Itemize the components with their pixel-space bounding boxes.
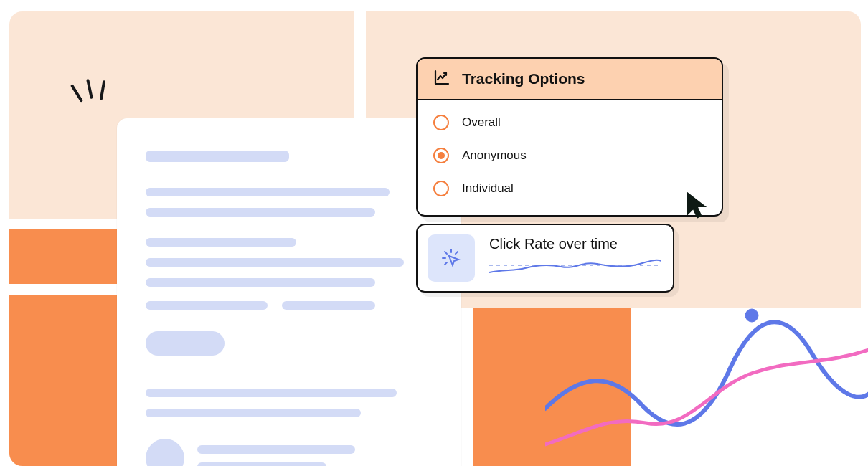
placeholder-line (282, 301, 375, 310)
placeholder-line (146, 188, 390, 196)
placeholder-line (146, 151, 289, 162)
tracking-options-header: Tracking Options (418, 59, 722, 100)
chart-line-icon (433, 69, 450, 89)
option-label: Overall (462, 115, 501, 130)
tracking-option-overall[interactable]: Overall (433, 106, 706, 139)
option-label: Anonymous (462, 148, 527, 163)
placeholder-line (146, 301, 268, 310)
svg-point-1 (745, 309, 758, 322)
tracking-options-body: Overall Anonymous Individual (418, 100, 722, 215)
placeholder-line (197, 445, 355, 454)
placeholder-line (146, 389, 397, 397)
cursor-icon (685, 191, 709, 224)
click-rate-panel: Click Rate over time (416, 224, 674, 293)
sparkline-icon (489, 257, 661, 278)
bg-orange-block (473, 308, 631, 466)
placeholder-button (146, 331, 225, 356)
tracking-options-panel: Tracking Options Overall Anonymous Indiv… (416, 57, 723, 217)
radio-icon (433, 115, 449, 130)
click-sparkle-icon (428, 234, 475, 282)
click-rate-content: Click Rate over time (489, 236, 661, 281)
click-rate-title: Click Rate over time (489, 236, 661, 252)
radio-selected-icon (433, 148, 449, 163)
tracking-option-anonymous[interactable]: Anonymous (433, 139, 706, 172)
option-label: Individual (462, 181, 514, 196)
document-preview (117, 118, 461, 466)
placeholder-line (146, 208, 375, 217)
radio-icon (433, 181, 449, 196)
tracking-option-individual[interactable]: Individual (433, 172, 706, 205)
tracking-options-title: Tracking Options (462, 70, 585, 87)
placeholder-line (146, 278, 375, 287)
illustration-stage: Tracking Options Overall Anonymous Indiv… (0, 0, 868, 466)
placeholder-line (146, 238, 296, 247)
placeholder-line (146, 258, 404, 267)
placeholder-line (146, 409, 361, 417)
placeholder-avatar (146, 439, 184, 466)
placeholder-line (197, 462, 326, 466)
